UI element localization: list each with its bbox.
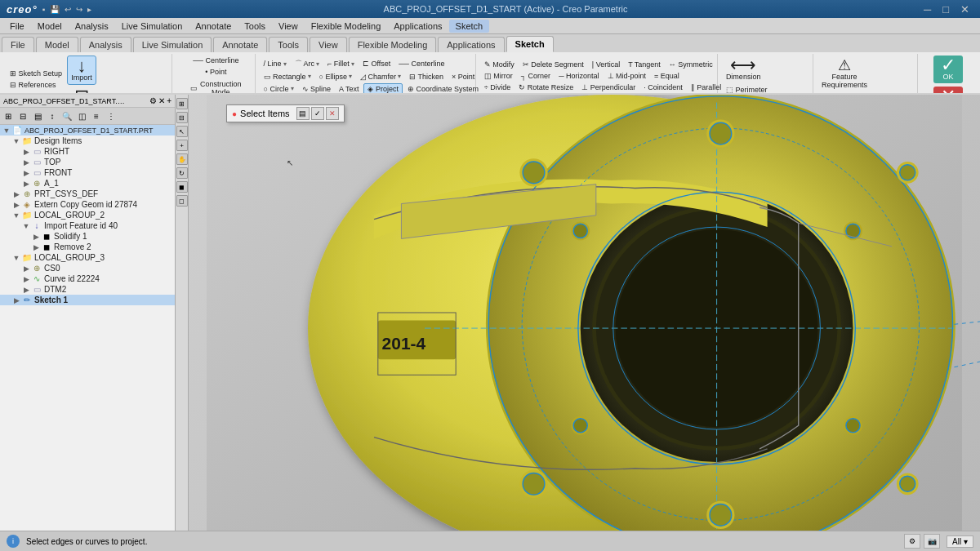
feature-requirements-button[interactable]: ⚠ FeatureRequirements (818, 56, 871, 91)
tab-tools[interactable]: Tools (269, 37, 308, 52)
divide-button[interactable]: ÷ Divide (481, 82, 514, 92)
symmetric-button[interactable]: ↔ Symmetric (666, 60, 716, 69)
tree-node-import-feature[interactable]: ▼ ↓ Import Feature id 40 (0, 220, 175, 231)
cs0-toggle[interactable]: ▶ (21, 264, 31, 273)
root-toggle[interactable]: ▼ (2, 127, 11, 135)
close-button[interactable]: ✕ (956, 2, 973, 16)
mid-point-button[interactable]: ⊥ Mid-point (604, 71, 650, 81)
tab-live-simulation[interactable]: Live Simulation (133, 37, 212, 52)
equal-button[interactable]: = Equal (651, 71, 683, 81)
minimize-button[interactable]: ─ (920, 2, 935, 16)
menu-sketch[interactable]: Sketch (449, 20, 490, 33)
viewport[interactable]: 201-4 (189, 95, 980, 531)
references-button[interactable]: ⊟ References (7, 80, 65, 90)
sketch-setup-button[interactable]: ⊞ Sketch Setup (7, 69, 65, 78)
maximize-button[interactable]: □ (938, 2, 953, 16)
import-button[interactable]: ↓ Import (67, 56, 96, 85)
status-camera-button[interactable]: 📷 (924, 534, 940, 549)
tree-node-design-items[interactable]: ▼ 📁 Design Items (0, 136, 175, 146)
tree-options-button[interactable]: ⋮ (105, 109, 118, 122)
vtb-pan-button[interactable]: ✋ (176, 153, 188, 165)
thicken-button[interactable]: ⊟ Thicken (406, 72, 447, 82)
tree-node-a1[interactable]: ▶ ⊕ A_1 (0, 178, 175, 189)
tree-node-sketch-1[interactable]: ▶ ✏ Sketch 1 (0, 295, 175, 305)
ellipse-button[interactable]: ○ Ellipse ▾ (316, 72, 355, 82)
menu-live-simulation[interactable]: Live Simulation (115, 20, 189, 33)
menu-analysis[interactable]: Analysis (69, 20, 115, 33)
menu-flexible-modeling[interactable]: Flexible Modeling (305, 20, 388, 33)
vtb-zoom-button[interactable]: + (176, 140, 188, 151)
tab-model[interactable]: Model (36, 37, 78, 52)
sketching-point-button[interactable]: × Point (448, 72, 478, 82)
tree-node-local-group-2[interactable]: ▼ 📁 LOCAL_GROUP_2 (0, 210, 175, 220)
rectangle-button[interactable]: ▭ Rectangle ▾ (261, 72, 314, 82)
select-close-button[interactable]: ✕ (326, 107, 339, 120)
tangent-button[interactable]: T Tangent (625, 60, 664, 69)
extern-toggle[interactable]: ▶ (11, 201, 21, 209)
tab-applications[interactable]: Applications (438, 37, 504, 52)
vtb-expand-button[interactable]: ⊞ (176, 98, 188, 109)
tree-node-curve-id[interactable]: ▶ ∿ Curve id 22224 (0, 273, 175, 284)
arc-button[interactable]: ⌒ Arc ▾ (292, 58, 323, 70)
tree-expand-button[interactable]: ⊞ (2, 109, 15, 122)
rotate-resize-button[interactable]: ↻ Rotate Resize (515, 82, 577, 92)
status-settings-button[interactable]: ⚙ (904, 534, 920, 549)
tree-node-solidify[interactable]: ▶ ◼ Solidify 1 (0, 231, 175, 242)
tree-node-top[interactable]: ▶ ▭ TOP (0, 157, 175, 167)
tab-file[interactable]: File (2, 37, 34, 52)
tab-view[interactable]: View (310, 37, 347, 52)
design-items-toggle[interactable]: ▼ (11, 137, 21, 145)
vtb-collapse-button[interactable]: ⊟ (176, 112, 188, 123)
a1-toggle[interactable]: ▶ (21, 180, 31, 188)
select-accept-button[interactable]: ✓ (311, 107, 324, 120)
menu-applications[interactable]: Applications (387, 20, 448, 33)
remove2-toggle[interactable]: ▶ (31, 243, 41, 251)
curveid-toggle[interactable]: ▶ (21, 275, 31, 283)
horizontal-button[interactable]: ─ Horizontal (555, 71, 602, 81)
perpendicular-button[interactable]: ⊥ Perpendicular (578, 82, 639, 92)
tree-settings-icon[interactable]: ⚙ (149, 96, 157, 105)
ok-ribbon-button[interactable]: ✓ OK (933, 56, 963, 83)
select-filter-button[interactable]: ▤ (296, 107, 310, 120)
offset-button[interactable]: ⊏ Offset (359, 58, 394, 70)
top-toggle[interactable]: ▶ (21, 158, 31, 167)
tab-analysis[interactable]: Analysis (80, 37, 131, 52)
vertical-button[interactable]: | Vertical (589, 60, 623, 69)
vtb-shading-button[interactable]: ◻ (176, 195, 188, 207)
window-controls[interactable]: ─ □ ✕ (920, 2, 973, 16)
menu-annotate[interactable]: Annotate (189, 20, 238, 33)
tab-flexible-modeling[interactable]: Flexible Modeling (349, 37, 437, 52)
tree-node-front[interactable]: ▶ ▭ FRONT (0, 167, 175, 178)
tree-node-extern-copy[interactable]: ▶ ◈ Extern Copy Geom id 27874 (0, 199, 175, 210)
dimension-button[interactable]: ⟷ Dimension (723, 56, 764, 83)
right-toggle[interactable]: ▶ (21, 148, 31, 156)
menu-file[interactable]: File (3, 20, 31, 33)
sketch1-toggle[interactable]: ▶ (11, 296, 21, 304)
tree-expand-icon[interactable]: + (167, 96, 172, 105)
tree-filter-button[interactable]: ▤ (31, 109, 44, 122)
mirror-button[interactable]: ◫ Mirror (481, 71, 516, 81)
sketching-centerline-button[interactable]: ── Centerline (395, 58, 448, 70)
tree-node-root[interactable]: ▼ 📄 ABC_PROJ_OFFSET_D1_START.PRT (0, 125, 175, 136)
tree-collapse-button[interactable]: ⊟ (16, 109, 29, 122)
centerline-button[interactable]: ── Centerline (189, 56, 242, 65)
coincident-button[interactable]: · Coincident (640, 82, 686, 92)
tree-node-local-group-3[interactable]: ▼ 📁 LOCAL_GROUP_3 (0, 252, 175, 263)
prt-csys-toggle[interactable]: ▶ (11, 190, 21, 198)
dtm2-toggle[interactable]: ▶ (21, 286, 31, 294)
tree-node-prt-csys[interactable]: ▶ ⊕ PRT_CSYS_DEF (0, 189, 175, 199)
point-button[interactable]: • Point (202, 67, 229, 77)
menu-model[interactable]: Model (31, 20, 69, 33)
vtb-rotate-button[interactable]: ↻ (176, 167, 188, 179)
modify-button[interactable]: ✎ Modify (481, 60, 518, 69)
tab-annotate[interactable]: Annotate (213, 37, 267, 52)
delete-segment-button[interactable]: ✂ Delete Segment (519, 60, 587, 69)
tree-node-cs0[interactable]: ▶ ⊕ CS0 (0, 263, 175, 273)
tree-sort-button[interactable]: ↕ (46, 109, 59, 122)
tree-node-right[interactable]: ▶ ▭ RIGHT (0, 146, 175, 157)
vtb-select-button[interactable]: ↖ (176, 126, 188, 137)
menu-view[interactable]: View (272, 20, 305, 33)
tree-search-button[interactable]: 🔍 (60, 109, 74, 122)
status-filter-dropdown[interactable]: All ▾ (947, 535, 973, 548)
line-button[interactable]: / Line ▾ (261, 58, 290, 70)
